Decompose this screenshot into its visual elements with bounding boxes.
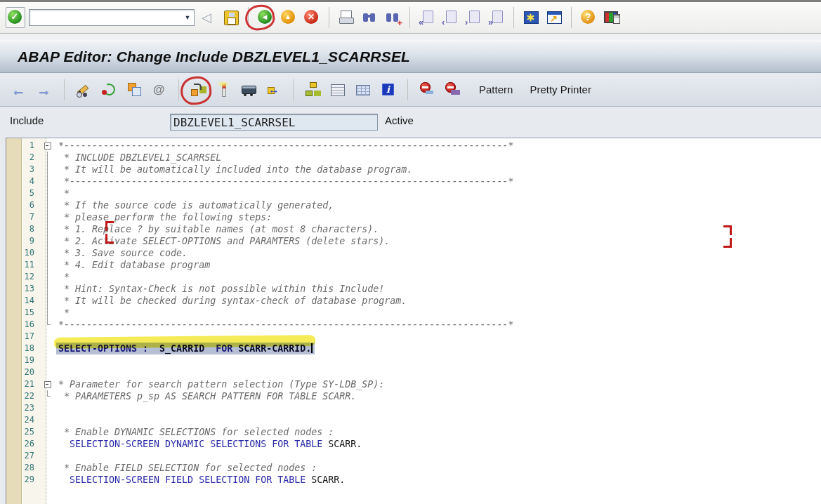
fold-gutter [41,354,56,366]
line-number: 10 [6,247,41,259]
include-field[interactable] [170,114,378,131]
navigation-button[interactable] [264,79,284,100]
help-button[interactable] [579,7,598,28]
code-text: * 4. Edit database program [56,259,212,271]
object-list-button[interactable] [328,79,348,100]
refresh-button[interactable] [99,79,119,100]
fold-marker-line [41,295,56,307]
code-line-6[interactable]: 6 * If the source code is automatically … [6,199,821,211]
code-text [56,354,60,366]
fold-gutter [41,450,56,462]
nav-forward-icon [37,81,53,99]
syntax-check-icon [190,81,206,99]
breakpoint-button[interactable] [417,79,437,100]
code-line-29[interactable]: 29 SELECTION-SCREEN FIELD SELECTION FOR … [6,474,821,486]
customize-layout-button[interactable] [602,7,622,28]
code-text: * INCLUDE DBZLEVEL1_SCARRSEL [56,152,223,164]
exit-icon [280,8,297,27]
enter-button[interactable] [6,7,25,28]
code-line-22[interactable]: 22 * PARAMETERS p_sp AS SEARCH PATTERN F… [6,390,821,402]
execute-icon [240,81,257,99]
object-hierarchy-button[interactable] [303,79,322,100]
code-line-7[interactable]: 7 * please perform the following steps: [6,211,821,223]
direct-processing-button[interactable] [239,79,258,100]
code-line-14[interactable]: 14 * It will be checked during syntax-ch… [6,295,821,307]
code-line-26[interactable]: 26 SELECTION-SCREEN DYNAMIC SELECTIONS F… [6,438,821,450]
chevron-down-icon[interactable]: ▼ [181,14,194,21]
code-line-19[interactable]: 19 [6,354,821,366]
session-breakpoint-button[interactable] [442,79,462,100]
fold-marker-end [41,319,56,331]
code-line-5[interactable]: 5 * [6,187,821,199]
print-button[interactable] [336,7,356,28]
fold-marker-box[interactable] [41,140,56,152]
nav-back-button[interactable] [10,79,29,100]
code-line-16[interactable]: 16*-------------------------------------… [6,319,821,331]
info-icon [380,81,397,99]
exit-button[interactable] [279,7,298,28]
copy-icon [126,81,143,99]
line-number: 16 [6,319,41,331]
code-line-3[interactable]: 3 * It will be automatically included in… [6,164,821,175]
code-text: * It will be checked during syntax-check… [56,295,409,307]
next-page-button[interactable] [464,7,483,28]
line-number: 4 [6,175,41,187]
toolbar-separator [329,7,329,28]
line-number: 28 [6,462,41,474]
create-shortcut-button[interactable] [544,7,564,28]
previous-page-button[interactable] [440,7,460,28]
table-display-button[interactable] [353,79,373,100]
display-change-button[interactable] [74,79,93,100]
code-line-27[interactable]: 27 [6,450,821,462]
back-nav-button[interactable] [256,7,275,28]
code-line-17[interactable]: 17 [6,331,821,343]
code-line-15[interactable]: 15 * [6,307,821,319]
activate-icon [215,81,232,99]
copy-button[interactable] [124,79,144,100]
code-line-21[interactable]: 21* Parameter for search pattern selecti… [6,378,821,390]
last-page-button[interactable] [487,7,506,28]
customize-layout-icon [603,8,620,27]
code-line-9[interactable]: 9 * 2. Activate SELECT-OPTIONS and PARAM… [6,235,821,247]
back-button[interactable] [198,7,218,28]
command-field[interactable] [29,11,181,25]
code-line-12[interactable]: 12 * [6,271,821,283]
next-page-icon [465,8,482,27]
pattern-button[interactable]: Pattern [479,84,513,95]
code-text: * Parameter for search pattern selection… [56,378,386,390]
line-number: 27 [6,450,41,462]
code-editor[interactable]: 1*--------------------------------------… [6,138,821,504]
first-page-button[interactable] [417,7,437,28]
code-line-18[interactable]: 18SELECT-OPTIONS : S_CARRID FOR SCARR-CA… [6,343,821,354]
other-object-button[interactable] [150,79,169,100]
nav-forward-button[interactable] [35,79,55,100]
code-line-1[interactable]: 1*--------------------------------------… [6,140,821,152]
cancel-button[interactable] [302,7,322,28]
code-line-20[interactable]: 20 [6,366,821,378]
activate-button[interactable] [214,79,233,100]
code-line-4[interactable]: 4 *-------------------------------------… [6,175,821,187]
code-line-28[interactable]: 28 * Enable FIELD SELECTION for selected… [6,462,821,474]
code-line-2[interactable]: 2 * INCLUDE DBZLEVEL1_SCARRSEL [6,152,821,164]
new-session-button[interactable] [521,7,541,28]
first-page-icon [419,8,435,27]
code-line-11[interactable]: 11 * 4. Edit database program [6,259,821,271]
find-button[interactable] [360,7,379,28]
breakpoint-screen-icon [419,81,435,99]
info-button[interactable] [379,79,398,100]
line-number: 2 [6,152,41,164]
code-text: *---------------------------------------… [56,319,515,331]
pretty-printer-button[interactable]: Pretty Printer [530,84,591,95]
save-button[interactable] [221,7,241,28]
find-next-button[interactable] [383,7,402,28]
code-line-8[interactable]: 8 * 1. Replace ? by suitable names (at m… [6,223,821,235]
code-line-24[interactable]: 24 [6,414,821,426]
syntax-check-button[interactable] [188,79,208,100]
code-line-25[interactable]: 25 * Enable DYNAMIC SELECTIONS for selec… [6,426,821,438]
code-line-13[interactable]: 13 * Hint: Syntax-Check is not possible … [6,283,821,295]
code-text: SELECTION-SCREEN FIELD SELECTION FOR TAB… [56,474,347,486]
fold-marker-box[interactable] [41,378,56,390]
code-line-10[interactable]: 10 * 3. Save source code. [6,247,821,259]
code-line-23[interactable]: 23 [6,402,821,414]
line-number: 26 [6,438,41,450]
